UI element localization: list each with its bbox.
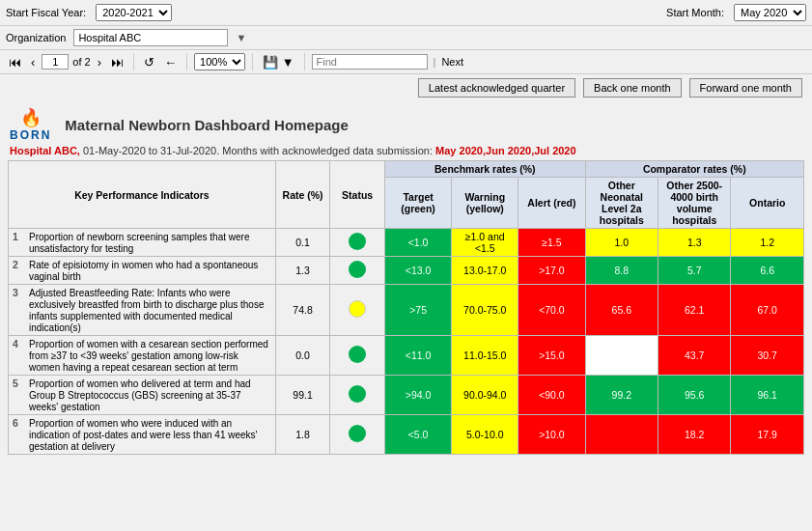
org-bar: Organization ▼ — [0, 26, 812, 49]
bench-target-cell: <13.0 — [384, 257, 451, 285]
bench-target-cell: >94.0 — [384, 376, 451, 415]
bench-warning-cell: 90.0-94.0 — [452, 376, 518, 415]
warning-header: Warning (yellow) — [452, 178, 518, 229]
latest-ack-button[interactable]: Latest acknowledged quarter — [418, 78, 575, 98]
status-cell — [330, 336, 385, 376]
subtitle-months: May 2020,Jun 2020,Jul 2020 — [435, 145, 576, 156]
org-label: Organization — [6, 32, 66, 43]
kpi-description: Proportion of newborn screening samples … — [26, 231, 271, 254]
next-page-button[interactable]: › — [95, 54, 104, 70]
kpi-cell: 4 Proportion of women with a cesarean se… — [9, 336, 276, 376]
fiscal-year-select[interactable]: 2020-2021 2019-2020 2021-2022 — [96, 4, 172, 21]
rate-cell: 74.8 — [275, 285, 330, 336]
subtitle-dates: 01-May-2020 to 31-Jul-2020. — [83, 145, 219, 156]
kpi-cell: 3 Adjusted Breastfeeding Rate: Infants w… — [9, 285, 276, 336]
bench-alert-cell: >10.0 — [518, 415, 585, 455]
subtitle-org: Hospital ABC, — [10, 145, 80, 156]
status-header: Status — [330, 161, 385, 229]
report-header: 🔥 BORN Maternal Newborn Dashboard Homepa… — [0, 101, 812, 144]
row-number: 3 — [13, 287, 26, 333]
status-circle — [349, 233, 366, 250]
kpi-description: Proportion of women with a cesarean sect… — [26, 338, 271, 373]
org-dropdown-icon[interactable]: ▼ — [236, 32, 246, 43]
ontario-cell: 17.9 — [731, 415, 804, 455]
ontario-cell: 67.0 — [731, 285, 804, 336]
kpi-description: Rate of episiotomy in women who had a sp… — [26, 259, 271, 282]
bench-alert-cell: ≥1.5 — [518, 229, 585, 257]
kpi-cell: 1 Proportion of newborn screening sample… — [9, 229, 276, 257]
born-text: BORN — [10, 128, 51, 142]
born-logo: 🔥 BORN — [10, 107, 51, 142]
row-number: 6 — [13, 417, 26, 452]
zoom-select[interactable]: 100% 75% 125% 150% — [194, 53, 245, 70]
status-circle — [349, 385, 366, 403]
top-bar: Start Fiscal Year: 2020-2021 2019-2020 2… — [0, 0, 812, 26]
month-select[interactable]: May 2020 Apr 2020 Jun 2020 — [734, 4, 806, 21]
table-row: 5 Proportion of women who delivered at t… — [9, 376, 804, 415]
kpi-description: Adjusted Breastfeeding Rate: Infants who… — [26, 287, 271, 333]
subtitle-ack: Months with acknowledged data submission… — [222, 145, 433, 156]
toolbar-separator-3 — [252, 53, 253, 70]
bench-warning-cell: 5.0-10.0 — [452, 415, 518, 455]
bench-target-cell: <5.0 — [384, 415, 451, 455]
kpi-description: Proportion of women who delivered at ter… — [26, 377, 271, 412]
born-flame-icon: 🔥 — [20, 107, 42, 128]
toolbar-separator-4 — [304, 53, 305, 70]
report-title: Maternal Newborn Dashboard Homepage — [65, 117, 348, 133]
back-nav-button[interactable]: ← — [161, 54, 180, 70]
table-row: 3 Adjusted Breastfeeding Rate: Infants w… — [9, 285, 804, 336]
bench-alert-cell: <70.0 — [518, 285, 585, 336]
status-cell — [330, 285, 385, 336]
back-one-month-button[interactable]: Back one month — [583, 78, 682, 98]
status-circle — [349, 300, 366, 318]
comp2-cell: 1.3 — [658, 229, 731, 257]
save-button[interactable]: 💾 ▼ — [260, 54, 296, 70]
bench-warning-cell: 70.0-75.0 — [452, 285, 518, 336]
bench-alert-cell: <90.0 — [518, 376, 585, 415]
kpi-description: Proportion of women who were induced wit… — [26, 417, 271, 452]
comp1-cell — [585, 415, 658, 455]
benchmark-group-header: Benchmark rates (%) — [384, 161, 585, 178]
rate-cell: 1.8 — [275, 415, 330, 455]
comp1-cell: 99.2 — [585, 376, 658, 415]
find-input[interactable] — [312, 54, 428, 70]
comp2-cell: 5.7 — [658, 257, 731, 285]
next-find-link[interactable]: Next — [441, 56, 463, 68]
comparator-group-header: Comparator rates (%) — [585, 161, 803, 178]
comp1-cell: 1.0 — [585, 229, 658, 257]
prev-page-button[interactable]: ‹ — [28, 54, 38, 70]
ontario-header: Ontario — [731, 178, 804, 229]
toolbar: ⏮ ‹ of 2 › ⏭ ↺ ← 100% 75% 125% 150% 💾 ▼ … — [0, 49, 812, 74]
first-page-button[interactable]: ⏮ — [6, 54, 24, 70]
bench-warning-cell: 13.0-17.0 — [452, 257, 518, 285]
row-number: 5 — [13, 377, 26, 412]
bench-alert-cell: >15.0 — [518, 336, 585, 376]
ontario-cell: 30.7 — [731, 336, 804, 376]
table-row: 1 Proportion of newborn screening sample… — [9, 229, 804, 257]
kpi-cell: 6 Proportion of women who were induced w… — [9, 415, 276, 455]
ontario-cell: 1.2 — [731, 229, 804, 257]
toolbar-separator-2 — [186, 53, 187, 70]
last-page-button[interactable]: ⏭ — [108, 54, 126, 70]
comp2-cell: 95.6 — [658, 376, 731, 415]
status-circle — [349, 425, 366, 442]
comp2-cell: 62.1 — [658, 285, 731, 336]
table-row: 2 Rate of episiotomy in women who had a … — [9, 257, 804, 285]
org-input[interactable] — [73, 29, 228, 46]
kpi-table: Key Performance Indicators Rate (%) Stat… — [8, 160, 804, 455]
toolbar-separator-1 — [133, 53, 134, 70]
bench-target-cell: <1.0 — [384, 229, 451, 257]
refresh-button[interactable]: ↺ — [141, 54, 157, 70]
bench-target-cell: <11.0 — [384, 336, 451, 376]
action-bar: Latest acknowledged quarter Back one mon… — [0, 74, 812, 101]
comp2-cell: 18.2 — [658, 415, 731, 455]
month-label: Start Month: — [666, 7, 724, 18]
comp1-cell: 65.6 — [585, 285, 658, 336]
page-input[interactable] — [42, 54, 69, 70]
ontario-cell: 6.6 — [731, 257, 804, 285]
row-number: 2 — [13, 259, 26, 282]
status-circle — [349, 261, 366, 278]
bench-warning-cell: ≥1.0 and <1.5 — [452, 229, 518, 257]
kpi-cell: 2 Rate of episiotomy in women who had a … — [9, 257, 276, 285]
forward-one-month-button[interactable]: Forward one month — [689, 78, 802, 98]
